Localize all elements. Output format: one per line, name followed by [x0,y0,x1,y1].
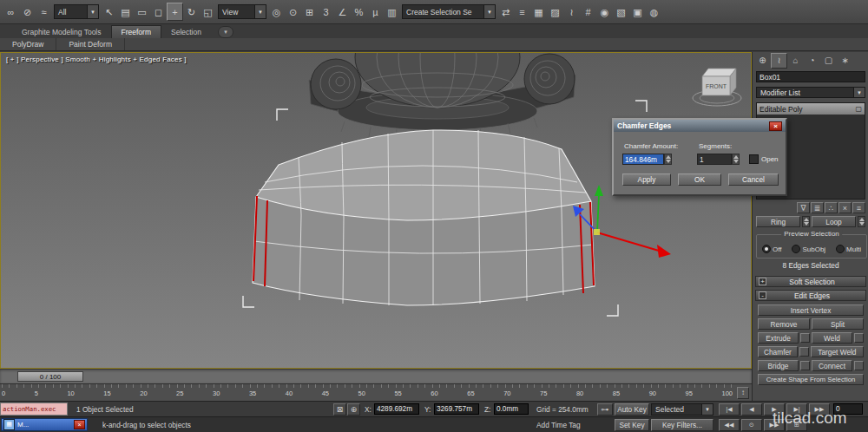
show-in-viewport-icon[interactable]: ▢ [855,105,862,113]
key-filters-button[interactable]: Key Filters... [651,419,713,431]
perspective-viewport[interactable]: FRONT [ + ] Perspective ] Smooth + Highl… [0,52,752,369]
insert-vertex-button[interactable]: Insert Vertex [758,304,864,316]
selection-filter-dropdown[interactable]: All ▼ [54,4,99,19]
align-icon[interactable]: ≡ [514,3,530,21]
play-button[interactable]: ▶ [764,403,785,416]
select-and-rotate-icon[interactable]: ↻ [183,3,200,21]
chamfer-amount-field[interactable] [623,154,663,164]
select-object-icon[interactable]: ↖ [101,3,117,21]
set-key-button[interactable]: Set Key [615,419,649,431]
connect-button[interactable]: Connect [812,360,852,371]
material-editor-icon[interactable]: ◉ [596,3,613,21]
box-mesh[interactable] [253,130,595,305]
loop-spinner[interactable] [858,216,865,227]
edit-edges-rollout[interactable]: - Edit Edges [755,290,866,301]
select-by-name-icon[interactable]: ▤ [117,3,134,21]
time-slider-handle[interactable]: 0 / 100 [17,371,83,382]
viewport-canvas[interactable]: FRONT [1,53,751,368]
ribbon-tab-freeform[interactable]: Freeform [111,25,161,38]
bind-to-spacewarp-icon[interactable]: ≈ [36,3,52,21]
select-and-scale-icon[interactable]: ◱ [200,3,216,21]
utilities-tab[interactable]: ∗ [837,53,853,69]
auto-key-button[interactable]: Auto Key [615,403,649,416]
schematic-view-icon[interactable]: # [580,3,596,21]
curve-editor-icon[interactable]: ≀ [563,3,580,21]
key-mode-toggle[interactable]: ⊙ [741,419,762,431]
unlink-selection-icon[interactable]: ⊘ [19,3,36,21]
z-coordinate-field[interactable]: 0.0mm [494,403,529,415]
add-time-tag[interactable]: Add Time Tag [536,421,581,429]
time-configuration-button[interactable]: ⊞ [786,419,807,431]
remove-button[interactable]: Remove [758,318,810,330]
ribbon-minimize-toggle[interactable]: ▾ [218,26,233,38]
create-tab[interactable]: ⊕ [754,53,771,69]
ribbon-tab-selection[interactable]: Selection [161,26,211,38]
y-coordinate-field[interactable]: 3269.757m [434,403,479,415]
reference-coordinate-dropdown[interactable]: View ▼ [218,4,266,19]
selection-region-icon[interactable]: ▭ [134,3,150,21]
viewport-label[interactable]: [ + ] Perspective ] Smooth + Highlights … [6,56,187,63]
named-selection-set-dropdown[interactable]: Create Selection Se ▼ [402,4,496,19]
bridge-settings-button[interactable] [800,361,810,370]
angle-snap-icon[interactable]: ∠ [334,3,351,21]
ribbon-tab-graphite-modeling-tools[interactable]: Graphite Modeling Tools [12,26,111,38]
next-frame-button[interactable]: ▶| [786,403,807,416]
percent-snap-icon[interactable]: % [351,3,367,21]
absolute-offset-toggle[interactable]: ⊕ [347,403,360,416]
ribbon-toggle-icon[interactable]: ▨ [547,3,563,21]
window-crossing-icon[interactable]: ◻ [150,3,167,21]
connect-settings-button[interactable] [854,361,864,370]
ribbon-panel-paint-deform[interactable]: Paint Deform [56,38,125,50]
preview-option-subobj[interactable]: SubObj [792,245,825,253]
key-set-dropdown[interactable]: Selected ▼ [651,403,713,416]
segments-field[interactable] [698,154,731,164]
chamfer-amount-spinner[interactable] [664,154,672,165]
keyboard-override-icon[interactable]: ⊞ [301,3,318,21]
mirror-icon[interactable]: ⇄ [497,3,514,21]
ribbon-panel-polydraw[interactable]: PolyDraw [0,38,56,50]
track-bar[interactable]: 0510152025303540455055606570758085909510… [0,383,752,401]
next-key-button[interactable]: ▶▶ [764,419,785,431]
layer-manager-icon[interactable]: ▦ [530,3,547,21]
edit-named-sets-icon[interactable]: ▥ [384,3,400,21]
spinner-snap-icon[interactable]: µ [367,3,384,21]
target-weld-button[interactable]: Target Weld [811,346,864,357]
preview-option-multi[interactable]: Multi [836,245,861,253]
previous-frame-button[interactable]: ◀ [741,403,762,416]
soft-selection-rollout[interactable]: + Soft Selection [755,276,866,287]
modify-tab[interactable]: ≀ [771,53,787,69]
modifier-list-dropdown[interactable]: Modifier List ▼ [756,87,865,98]
configure-modifier-sets-icon[interactable]: ≡ [852,202,865,213]
object-name-field[interactable] [756,71,865,82]
bridge-button[interactable]: Bridge [758,360,799,371]
weld-button[interactable]: Weld [812,332,852,344]
hierarchy-tab[interactable]: ⌂ [787,53,804,69]
pin-stack-icon[interactable]: ∇ [797,202,810,213]
use-center-icon[interactable]: ◎ [268,3,285,21]
select-and-manipulate-icon[interactable]: ⊙ [285,3,301,21]
ring-spinner[interactable] [802,216,810,227]
taskbar-window-button[interactable]: ▦ M... × [1,418,88,431]
x-coordinate-field[interactable]: 4289.692m [374,403,419,415]
close-icon[interactable]: × [769,121,782,131]
ok-button[interactable]: OK [678,173,721,186]
current-frame-field[interactable]: 0 [833,403,863,415]
loop-button[interactable]: Loop [812,216,856,227]
maxscript-mini-listener[interactable]: actionMan.exec [0,403,68,416]
extrude-button[interactable]: Extrude [758,332,799,344]
chamfer-settings-button[interactable] [799,347,809,357]
render-setup-icon[interactable]: ▧ [613,3,629,21]
go-to-start-button[interactable]: |◀ [719,403,740,416]
preview-option-off[interactable]: Off [762,245,782,253]
select-and-link-icon[interactable]: ∞ [3,3,19,21]
snap-toggle-icon[interactable]: 3 [318,3,334,21]
chamfer-button[interactable]: Chamfer [758,346,798,357]
expand-icon[interactable]: + [759,278,766,285]
segments-spinner[interactable] [732,154,740,165]
collapse-icon[interactable]: - [759,291,766,299]
open-checkbox[interactable] [749,154,759,164]
previous-key-button[interactable]: ◀◀ [719,419,740,431]
select-and-move-icon[interactable]: + [167,3,183,21]
create-shape-button[interactable]: Create Shape From Selection [758,374,864,385]
go-to-end-button[interactable]: ▶▶ [809,403,830,416]
